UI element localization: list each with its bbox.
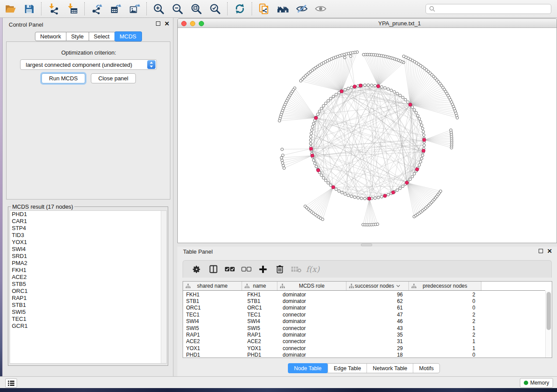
column-header-MCDS-role[interactable]: MCDS role [277,282,346,290]
graph-dominator-node[interactable] [405,181,408,185]
table-row[interactable]: STB1STB1dominator620 [183,298,545,304]
graph-node[interactable] [418,117,421,120]
graph-node[interactable] [281,162,284,164]
export-table-button[interactable] [106,1,125,16]
horizontal-splitter[interactable] [177,243,557,247]
graph-node[interactable] [350,86,353,89]
mcds-result-item[interactable]: ACE2 [10,274,166,281]
graph-dominator-node[interactable] [309,147,313,151]
graph-node[interactable] [377,196,380,199]
column-header-shared-name[interactable]: shared name [183,282,242,290]
status-menu-button[interactable] [5,378,17,388]
graph-node[interactable] [312,159,315,162]
graph-node[interactable] [422,131,425,133]
tab-network-table[interactable]: Network Table [367,364,413,373]
zoom-out-button[interactable] [168,1,187,16]
column-header-predecessor-nodes[interactable]: predecessor nodes [409,282,481,290]
graph-node[interactable] [357,196,360,199]
graph-node[interactable] [404,98,407,101]
table-row[interactable]: ORC1ORC1dominator610 [183,305,545,311]
table-row[interactable]: SWI4SWI4dominator462 [183,318,545,325]
share-document-button[interactable] [255,1,273,16]
graph-node[interactable] [419,161,422,163]
graph-node[interactable] [282,164,284,167]
graph-node[interactable] [344,88,346,91]
close-panel-button[interactable]: Close panel [91,73,136,83]
mcds-result-item[interactable]: RAP1 [10,295,166,302]
graph-node[interactable] [360,197,363,199]
mcds-result-item[interactable]: PHD1 [10,211,166,218]
graph-node[interactable] [316,113,319,116]
mcds-result-item[interactable]: STB1 [10,302,166,309]
graph-node[interactable] [349,55,352,58]
table-row[interactable]: PHD1PHD1dominator180 [183,352,545,358]
close-panel-icon[interactable]: ✕ [164,21,170,26]
graph-node[interactable] [399,94,401,97]
criterion-dropdown[interactable]: largest connected component (undirected) [20,59,157,70]
graph-node[interactable] [420,124,423,127]
export-image-button[interactable] [125,1,144,16]
window-zoom-icon[interactable] [199,21,204,26]
graph-node[interactable] [407,101,409,103]
graph-node[interactable] [363,84,366,86]
graph-node[interactable] [311,129,313,131]
graph-node[interactable] [416,114,419,117]
hide-graphics-details-button[interactable] [292,1,311,16]
graph-node[interactable] [418,164,421,166]
graph-node[interactable] [439,190,442,193]
graph-node[interactable] [367,84,370,86]
graph-node[interactable] [422,134,425,136]
run-mcds-button[interactable]: Run MCDS [42,73,85,83]
column-header-successor-nodes[interactable]: successor nodes [346,282,409,290]
graph-dominator-node[interactable] [383,194,387,198]
splitter-grip[interactable] [361,244,372,246]
save-session-button[interactable] [20,1,38,16]
graph-node[interactable] [278,120,281,122]
search-input[interactable] [426,4,551,14]
graph-node[interactable] [309,139,312,141]
graph-node[interactable] [409,178,412,180]
graph-node[interactable] [327,100,329,102]
mcds-result-item[interactable]: YOX1 [10,239,166,246]
graph-node[interactable] [327,182,329,184]
mcds-result-item[interactable]: ORC1 [10,288,166,295]
network-graph[interactable] [178,28,557,243]
select-all-button[interactable] [221,263,238,276]
graph-node[interactable] [309,135,312,138]
graph-node[interactable] [325,102,327,105]
table-settings-button[interactable] [188,263,205,276]
graph-node[interactable] [320,107,323,110]
function-builder-button[interactable]: f(x) [304,263,321,276]
graph-node[interactable] [421,127,424,130]
graph-node[interactable] [353,196,356,199]
window-close-icon[interactable] [181,21,187,26]
zoom-fit-button[interactable] [187,1,206,16]
table-scrollbar[interactable] [545,291,552,358]
tab-mcds[interactable]: MCDS [114,31,142,41]
tab-select[interactable]: Select [89,32,115,41]
graph-node[interactable] [396,189,398,192]
scrollbar-thumb[interactable] [547,292,551,330]
memory-button[interactable]: Memory [520,378,553,388]
open-session-button[interactable] [1,1,20,16]
graph-dominator-node[interactable] [359,84,362,87]
refresh-button[interactable] [230,1,249,16]
delete-table-button[interactable] [288,263,304,276]
show-columns-button[interactable] [205,263,221,276]
graph-node[interactable] [299,79,302,82]
graph-node[interactable] [384,86,386,89]
table-row[interactable]: RAP1RAP1dominator352 [183,331,545,338]
graph-dominator-node[interactable] [408,103,412,107]
graph-node[interactable] [321,218,324,220]
graph-node[interactable] [413,109,415,111]
graph-node[interactable] [411,106,414,108]
graph-dominator-node[interactable] [422,138,426,142]
graph-node[interactable] [322,104,325,107]
graph-node[interactable] [402,55,405,58]
graph-dominator-node[interactable] [377,85,380,88]
graph-node[interactable] [335,93,337,96]
graph-node[interactable] [322,177,325,179]
float-panel-icon[interactable] [539,249,543,253]
mcds-result-item[interactable]: SRD1 [10,253,166,260]
graph-node[interactable] [362,53,365,56]
